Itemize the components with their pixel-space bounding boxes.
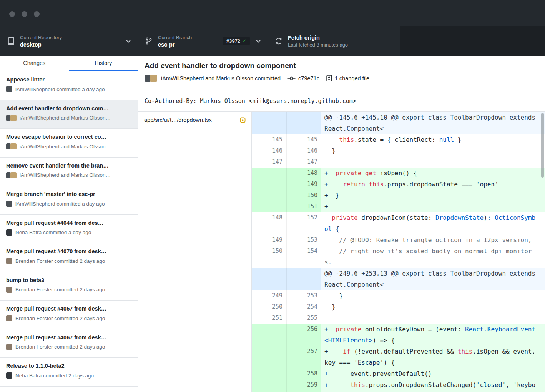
history-list-item[interactable]: Merge pull request #4057 from desk…Brend… (0, 301, 138, 329)
minimize-window-button[interactable] (22, 11, 27, 17)
diff-line: } (321, 145, 545, 156)
diff-view: @@ -145,6 +145,10 @@ export class Toolba… (252, 112, 545, 392)
tab-history[interactable]: History (69, 56, 138, 71)
diff-line-text: // @TODO: Remake triangle octicon in a 1… (324, 234, 537, 246)
commit-list-byline: iAmWillShepherd and Markus Olsson… (20, 144, 111, 149)
diff-line: + if (!event.defaultPrevented && this.is… (321, 346, 545, 368)
diff-line: } (321, 301, 545, 312)
new-line-number: 149 (286, 179, 321, 190)
diff-row-add: 258+ event.preventDefault() (252, 368, 545, 379)
app-window: Current Repository desktop Current Branc… (0, 0, 545, 392)
commit-list-title: Remove event handler from the bran… (6, 163, 131, 169)
file-path: app/src/ui/t…/dropdown.tsx (144, 117, 237, 123)
commit-list-byline: Brendan Forster committed 2 days ago (15, 316, 105, 321)
old-line-number (252, 368, 286, 379)
history-list-item[interactable]: Merge pull request #4044 from des…Neha B… (0, 215, 138, 244)
history-list-item[interactable]: Merge pull request #4067 from desk…Brend… (0, 329, 138, 358)
new-line-number: 256 (286, 324, 321, 346)
diff-line-text: private dropdownIcon(state: DropdownStat… (324, 212, 537, 234)
commit-list-title: Merge pull request #4070 from desk… (6, 248, 131, 254)
avatar-image (6, 86, 12, 92)
fetch-origin-button[interactable]: Fetch origin Last fetched 3 minutes ago (268, 26, 400, 56)
history-list-item[interactable]: Release to 1.1.0-beta2Neha Batra committ… (0, 358, 138, 387)
diff-row-add: 257+ if (!event.defaultPrevented && this… (252, 346, 545, 368)
history-list-item[interactable]: Add event handler to dropdown com…iAmWil… (0, 100, 138, 129)
avatar (6, 115, 17, 121)
zoom-window-button[interactable] (34, 11, 40, 17)
diff-line-text: @@ -249,6 +253,13 @@ export class Toolba… (324, 268, 537, 290)
history-list-item[interactable]: Move escape behavior to correct co…iAmWi… (0, 129, 138, 158)
avatar (6, 201, 12, 207)
diff-line: } (321, 290, 545, 301)
old-line-number (252, 168, 286, 179)
history-list-item[interactable]: Merge branch 'master' into esc-priAmWill… (0, 186, 138, 215)
branch-dropdown-button[interactable]: Current Branch esc-pr #3972 ✓ (138, 26, 268, 56)
diff-row-ctx: 148152 private dropdownIcon(state: Dropd… (252, 212, 545, 234)
old-line-number: 146 (252, 145, 286, 156)
diff-line: + private get isOpen() { (321, 168, 545, 179)
commit-list-byline: Brendan Forster committed 2 days ago (15, 258, 105, 264)
new-line-number: 151 (286, 201, 321, 212)
diff-line-text: + event.preventDefault() (324, 368, 537, 379)
commit-list-title: Move escape behavior to correct co… (6, 134, 131, 140)
new-line-number: 253 (286, 290, 321, 301)
diff-line-text: + } (324, 190, 537, 201)
avatar (6, 229, 12, 236)
diff-row-add: 149+ return this.props.dropdownState ===… (252, 179, 545, 190)
history-list-item[interactable]: Merge pull request #4070 from desk…Brend… (0, 243, 138, 272)
diff-row-add: 148+ private get isOpen() { (252, 168, 545, 179)
diff-row-add: 259+ this.props.onDropdownStateChanged('… (252, 379, 545, 392)
branch-label: Current Branch (158, 35, 192, 40)
diff-row-ctx: 250254 } (252, 301, 545, 312)
avatar-image (150, 75, 157, 82)
commit-list-byline: iAmWillShepherd and Markus Olsson… (20, 115, 111, 121)
file-diff-icon (326, 75, 332, 81)
history-list-item[interactable]: Remove event handler from the bran…iAmWi… (0, 158, 138, 186)
avatar (6, 172, 17, 178)
history-list-item[interactable]: Merge pull request #4073 from des… (0, 387, 138, 392)
commit-sha-group: c79e71c (287, 75, 319, 81)
diff-row-add: 151+ (252, 201, 545, 212)
repository-dropdown-button[interactable]: Current Repository desktop (0, 26, 138, 56)
commit-list-byline: iAmWillShepherd and Markus Olsson… (20, 172, 111, 178)
avatar (6, 143, 17, 149)
history-list-item[interactable]: Appease linteriAmWillShepherd committed … (0, 71, 138, 100)
diff-rows: @@ -145,6 +145,10 @@ export class Toolba… (252, 112, 545, 392)
fetch-subtitle: Last fetched 3 minutes ago (288, 42, 348, 48)
avatar-image (6, 344, 12, 350)
diff-line: @@ -145,6 +145,10 @@ export class Toolba… (321, 112, 545, 134)
avatar-image (10, 172, 17, 178)
diff-line-text: } (324, 290, 537, 301)
diff-line (321, 312, 545, 324)
diff-area: app/src/ui/t…/dropdown.tsx @@ -145,6 +14… (138, 112, 545, 392)
new-line-number (286, 112, 321, 134)
diff-line-text: + this.props.onDropdownStateChanged('clo… (324, 379, 537, 392)
diff-line-text: + return this.props.dropdownState === 'o… (324, 179, 537, 190)
diff-line: + this.props.onDropdownStateChanged('clo… (321, 379, 545, 392)
chevron-down-icon (126, 40, 131, 43)
diff-line-text: @@ -145,6 +145,10 @@ export class Toolba… (324, 112, 537, 134)
commit-title: Add event handler to dropdown component (145, 61, 539, 70)
commit-list-title: bump to beta3 (6, 277, 131, 283)
new-line-number: 259 (286, 379, 321, 392)
diff-line: // @TODO: Remake triangle octicon in a 1… (321, 234, 545, 246)
old-line-number (252, 324, 286, 346)
commit-list-title: Merge branch 'master' into esc-pr (6, 191, 131, 197)
avatar (6, 258, 12, 264)
new-line-number: 258 (286, 368, 321, 379)
diff-line-text: } (324, 145, 537, 156)
file-list-item[interactable]: app/src/ui/t…/dropdown.tsx (138, 112, 251, 128)
diff-line: + (321, 201, 545, 212)
scrollbar-thumb[interactable] (541, 113, 544, 178)
history-list-item[interactable]: bump to beta3Brendan Forster committed 2… (0, 272, 138, 301)
commit-list-byline-row: iAmWillShepherd committed a day ago (6, 201, 131, 207)
avatar-image (10, 115, 17, 121)
new-line-number: 152 (286, 212, 321, 234)
tab-changes[interactable]: Changes (0, 56, 69, 71)
history-list: Appease linteriAmWillShepherd committed … (0, 71, 138, 392)
diff-line-text: this.state = { clientRect: null } (324, 134, 537, 145)
commit-list-title: Add event handler to dropdown com… (6, 105, 131, 111)
close-window-button[interactable] (9, 11, 15, 17)
commit-list-byline-row: Brendan Forster committed 2 days ago (6, 315, 131, 321)
commit-list-byline-row: Brendan Forster committed 2 days ago (6, 287, 131, 293)
